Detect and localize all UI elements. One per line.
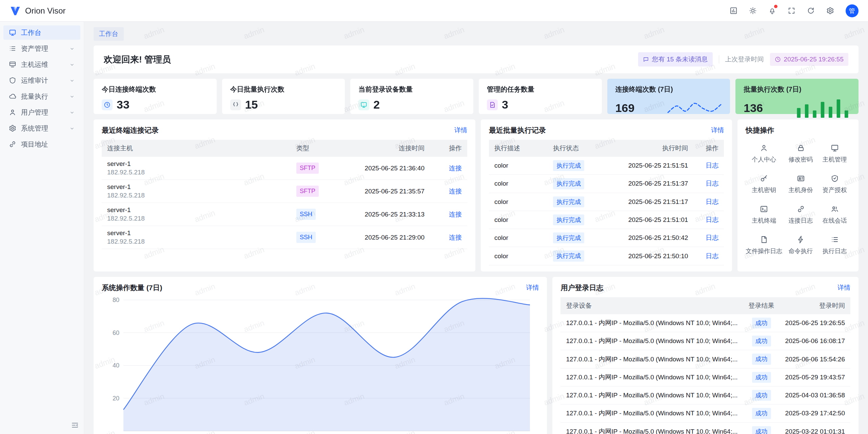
settings-gear-icon[interactable] [826,7,834,15]
bolt-icon [797,235,805,244]
notification-bell-icon[interactable] [768,7,776,15]
connect-link[interactable]: 连接 [449,188,462,195]
refresh-icon[interactable] [807,7,815,15]
quick-action-item[interactable]: 主机管理 [819,144,850,164]
quick-action-item[interactable]: 在线会话 [819,205,850,225]
quick-action-item[interactable]: 资产授权 [819,174,850,194]
host-ip: 182.92.5.218 [107,192,285,199]
quick-action-item[interactable]: 命令执行 [785,235,816,255]
breadcrumb[interactable]: 工作台 [94,27,124,41]
table-row: server-1 182.92.5.218 SFTP 2025-06-25 21… [102,157,467,180]
terminal-sparkline-chart [667,98,722,118]
sidebar-item[interactable]: 批量执行 [3,89,80,103]
system-settings-icon [9,125,16,132]
login-time: 2025-06-06 15:54:26 [780,350,850,368]
svg-text:60: 60 [113,329,119,336]
audit-shield-icon [9,77,16,84]
quick-actions-panel: 快捷操作 个人中心 修改密码 主机管理 主机密钥 主机身份 资产授权 主机终端 … [737,119,859,271]
connect-link[interactable]: 连接 [449,234,462,241]
status-badge: 执行完成 [553,196,584,207]
project-link-icon [9,140,16,148]
avatar[interactable]: 管 [846,4,859,17]
table-row: color 执行完成 2025-06-25 21:51:37 日志 [489,175,724,193]
login-time: 2025-03-22 01:01:31 [780,422,850,434]
host-monitor-icon [9,61,16,68]
log-link[interactable]: 日志 [706,162,718,169]
ops-chart-detail-link[interactable]: 详情 [526,283,539,292]
connect-link[interactable]: 连接 [449,211,462,218]
terminal-records-table: 连接主机 类型 连接时间 操作 server-1 182.92.5.218 SF… [102,140,467,249]
chevron-down-icon [69,62,75,68]
notification-dot [774,5,777,8]
quick-action-item[interactable]: 主机终端 [746,205,782,225]
host-ip: 182.92.5.218 [107,215,285,222]
quick-action-item[interactable]: 主机身份 [785,174,816,194]
log-link[interactable]: 日志 [706,198,718,205]
result-badge: 成功 [752,408,771,419]
chevron-down-icon [69,78,75,83]
svg-text:40: 40 [113,362,119,369]
sidebar-item[interactable]: 工作台 [3,25,80,40]
log-link[interactable]: 日志 [706,234,718,241]
login-device: 127.0.0.1 - 内网IP - Mozilla/5.0 (Windows … [560,332,743,350]
panel-title: 快捷操作 [746,126,774,135]
log-link[interactable]: 日志 [706,180,718,187]
quick-action-item[interactable]: 执行日志 [819,235,850,255]
theme-sun-icon[interactable] [749,7,757,15]
exec-description: color [489,193,548,211]
sidebar-item[interactable]: 主机运维 [3,57,80,72]
batch-records-detail-link[interactable]: 详情 [711,126,724,135]
table-row: color 执行完成 2025-06-25 21:51:01 日志 [489,211,724,229]
table-row: server-1 182.92.5.218 SSH 2025-06-25 21:… [102,203,467,226]
result-badge: 成功 [752,426,771,434]
login-device: 127.0.0.1 - 内网IP - Mozilla/5.0 (Windows … [560,422,743,434]
sidebar-item[interactable]: 资产管理 [3,41,80,56]
quick-actions-grid: 个人中心 修改密码 主机管理 主机密钥 主机身份 资产授权 主机终端 连接日志 … [746,144,850,255]
poll-chart-icon[interactable] [730,7,737,15]
login-time: 2025-06-06 16:08:17 [780,332,850,350]
log-link[interactable]: 日志 [706,216,718,223]
login-device: 127.0.0.1 - 内网IP - Mozilla/5.0 (Windows … [560,314,743,332]
logo: Orion Visor [9,5,66,17]
terminal-records-panel: 最近终端连接记录 详情 连接主机 类型 连接时间 操作 server-1 182… [94,119,475,271]
host-ip: 182.92.5.218 [107,169,285,176]
svg-text:80: 80 [113,297,119,303]
login-time: 2025-06-25 19:26:55 [780,314,850,332]
terminal-records-detail-link[interactable]: 详情 [454,126,467,135]
connect-time: 2025-06-25 21:35:57 [335,180,430,203]
login-logs-detail-link[interactable]: 详情 [837,283,850,292]
sidebar-item[interactable]: 用户管理 [3,105,80,119]
table-row: color 执行完成 2025-06-25 21:50:10 日志 [489,247,724,265]
unread-messages-text: 您有 15 条未读消息 [652,55,708,64]
sidebar-item[interactable]: 系统管理 [3,121,80,135]
sidebar-item[interactable]: 项目地址 [3,137,80,151]
sidebar-item[interactable]: 运维审计 [3,73,80,88]
quick-action-item[interactable]: 主机密钥 [746,174,782,194]
quick-action-item[interactable]: 连接日志 [785,205,816,225]
result-badge: 成功 [752,318,771,328]
clock-icon [775,56,781,62]
connect-time: 2025-06-25 21:36:40 [335,157,430,180]
status-badge: 执行完成 [553,178,584,189]
connect-time: 2025-06-25 21:33:13 [335,203,430,226]
batch-cloud-icon [9,93,16,100]
unread-messages-badge[interactable]: 您有 15 条未读消息 [638,52,713,67]
log-link[interactable]: 日志 [706,252,718,260]
quick-action-item[interactable]: 个人中心 [746,144,782,164]
exec-description: color [489,175,548,193]
status-badge: 执行完成 [553,250,584,261]
link-icon [797,205,805,213]
middle-row: 最近终端连接记录 详情 连接主机 类型 连接时间 操作 server-1 182… [94,119,859,271]
fullscreen-icon[interactable] [788,7,795,15]
login-device: 127.0.0.1 - 内网IP - Mozilla/5.0 (Windows … [560,386,743,404]
connect-link[interactable]: 连接 [449,165,462,172]
quick-action-item[interactable]: 文件操作日志 [746,235,782,255]
login-device: 127.0.0.1 - 内网IP - Mozilla/5.0 (Windows … [560,368,743,386]
last-login-time: 2025-06-25 19:26:55 [784,56,844,63]
host-name: server-1 [107,229,285,237]
chevron-down-icon [69,126,75,131]
quick-action-item[interactable]: 修改密码 [785,144,816,164]
sidebar-collapse-icon[interactable] [71,421,79,429]
bottom-row: 系统操作数量 (7日) 详情 204060802025-06-192025-06… [94,277,859,434]
ops-chart-panel: 系统操作数量 (7日) 详情 204060802025-06-192025-06… [94,277,547,434]
